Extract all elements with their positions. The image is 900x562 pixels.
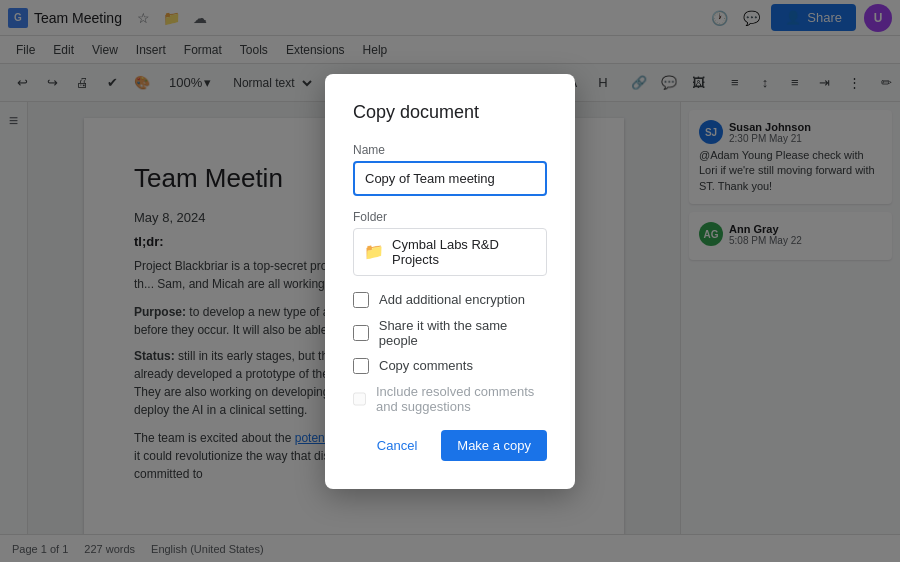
folder-label: Folder (353, 210, 547, 224)
copy-comments-checkbox[interactable] (353, 358, 369, 374)
folder-selector[interactable]: 📁 Add additional encryption Cymbal Labs … (353, 228, 547, 276)
encryption-label: Add additional encryption (379, 292, 525, 307)
include-resolved-label: Include resolved comments and suggestion… (376, 384, 547, 414)
checkbox-row-2: Share it with the same people (353, 318, 547, 348)
modal-actions: Cancel Make a copy (353, 430, 547, 461)
name-label: Name (353, 143, 547, 157)
document-name-input[interactable] (353, 161, 547, 196)
checkbox-row-3: Copy comments (353, 358, 547, 374)
encryption-checkbox[interactable] (353, 292, 369, 308)
make-copy-button[interactable]: Make a copy (441, 430, 547, 461)
modal-overlay: Copy document Name Folder 📁 Add addition… (0, 0, 900, 562)
share-people-checkbox[interactable] (353, 325, 369, 341)
folder-icon: 📁 (364, 242, 384, 261)
copy-document-modal: Copy document Name Folder 📁 Add addition… (325, 74, 575, 489)
modal-title: Copy document (353, 102, 547, 123)
checkbox-row-1: Add additional encryption (353, 292, 547, 308)
cancel-button[interactable]: Cancel (361, 430, 433, 461)
copy-comments-label: Copy comments (379, 358, 473, 373)
include-resolved-checkbox[interactable] (353, 391, 366, 407)
checkbox-row-4: Include resolved comments and suggestion… (353, 384, 547, 414)
share-people-label: Share it with the same people (379, 318, 547, 348)
folder-name: Cymbal Labs R&D Projects (392, 237, 536, 267)
